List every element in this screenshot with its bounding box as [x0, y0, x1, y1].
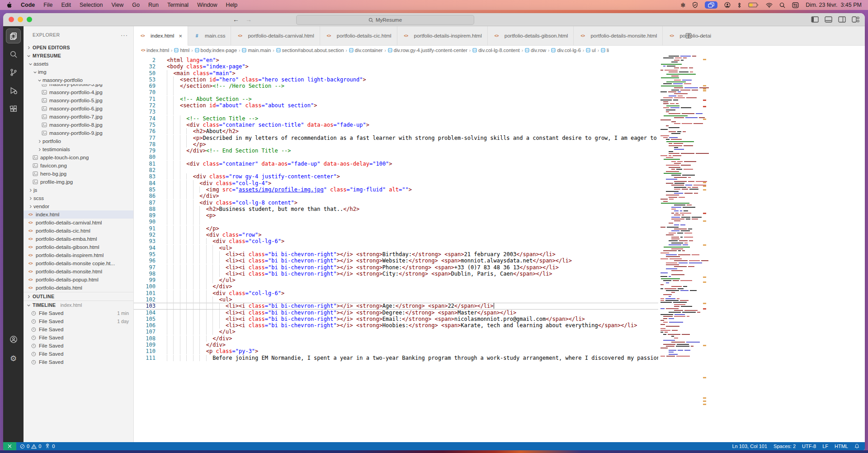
code-line-76[interactable]: 76 <h2>About</h2>	[134, 128, 658, 134]
tree-item-masonry-portfolio-8-jpg[interactable]: masonry-portfolio-8.jpg	[24, 121, 133, 129]
code-editor[interactable]: 2<html lang="en">32<body class="index-pa…	[134, 55, 865, 442]
status-ln[interactable]: Ln 103, Col 101	[732, 443, 767, 449]
breadcrumb-item[interactable]: li	[601, 48, 609, 53]
tree-item-portfolio-details-popup-html[interactable]: <>portfolio-details-popup.html	[24, 276, 133, 284]
code-line-85[interactable]: 85 <img src="assets/img/profile-img.jpg"…	[134, 186, 658, 193]
zoom-window-button[interactable]	[27, 17, 32, 22]
timeline-item-file-saved[interactable]: File Saved	[24, 358, 133, 366]
chatgpt-icon[interactable]: ✻	[680, 2, 685, 9]
menubar-app-name[interactable]: Code	[21, 2, 35, 8]
timeline-item-file-saved[interactable]: File Saved	[24, 325, 133, 334]
code-line-87[interactable]: 87 <div class="col-lg-8 content">	[134, 200, 658, 206]
code-line-104[interactable]: 104 <li><i class="bi bi-chevron-right"><…	[134, 310, 658, 316]
explorer-more-actions-icon[interactable]: ···	[121, 32, 128, 38]
code-line-53[interactable]: 53 <section id="hero" class="hero sectio…	[134, 76, 658, 83]
code-line-93[interactable]: 93 <div class="col-lg-6">	[134, 238, 658, 244]
tree-item-portfolio-details-monsite-html[interactable]: <>portfolio-details-monsite.html	[24, 267, 133, 276]
code-line-74[interactable]: 74 <!-- Section Title -->	[134, 115, 658, 122]
tab-portfolio-details-gibson-html[interactable]: <>portfolio-details-gibson.html	[488, 26, 574, 45]
toggle-primary-sidebar-icon[interactable]	[811, 16, 819, 23]
minimize-window-button[interactable]	[18, 17, 23, 22]
run-debug-icon[interactable]	[6, 83, 20, 97]
tree-item-masonry-portfolio-9-jpg[interactable]: masonry-portfolio-9.jpg	[24, 129, 133, 137]
status-spaces-[interactable]: Spaces: 2	[774, 443, 796, 449]
code-line-107[interactable]: 107 </ul>	[134, 329, 658, 335]
code-line-91[interactable]: 91 </p>	[134, 225, 658, 232]
remote-indicator[interactable]	[3, 442, 16, 450]
breadcrumb-item[interactable]: <>index.html	[141, 48, 169, 53]
problems-indicator[interactable]: 0 0	[20, 443, 41, 449]
code-line-73[interactable]: 73	[134, 109, 658, 115]
tab-portfolio-details-carnival-html[interactable]: <>portfolio-details-carnival.html	[231, 26, 320, 45]
menubar-item-view[interactable]: View	[111, 2, 123, 8]
code-line-108[interactable]: 108 </div>	[134, 335, 658, 342]
more-actions-icon[interactable]: ···	[697, 33, 704, 39]
code-line-111[interactable]: 111 Before joining EM Normandie, I spent…	[134, 355, 658, 361]
menubar-item-window[interactable]: Window	[197, 2, 217, 8]
wifi-icon[interactable]	[766, 3, 773, 8]
tree-item-portfolio-details-carnival-html[interactable]: <>portfolio-details-carnival.html	[24, 219, 133, 227]
code-line-109[interactable]: 109 </div>	[134, 342, 658, 348]
tree-item-img[interactable]: img	[24, 68, 133, 76]
timeline-item-file-saved[interactable]: File Saved	[24, 350, 133, 358]
code-line-70[interactable]: 70	[134, 89, 658, 95]
close-tab-icon[interactable]: ×	[179, 33, 182, 39]
explorer-icon[interactable]	[6, 29, 20, 43]
shield-icon[interactable]	[692, 2, 698, 8]
timeline-item-file-saved[interactable]: File Saved1 day	[24, 317, 133, 325]
menubar-item-help[interactable]: Help	[226, 2, 238, 8]
tree-item-masonry-portfolio-3-jpg[interactable]: masonry-portfolio-3.jpg	[24, 84, 133, 88]
tree-item-assets[interactable]: assets	[24, 60, 133, 68]
code-line-82[interactable]: 82	[134, 167, 658, 173]
tree-item-portfolio-details-inspirem-html[interactable]: <>portfolio-details-inspirem.html	[24, 251, 133, 259]
status-utf-8[interactable]: UTF-8	[802, 443, 816, 449]
bluetooth-icon[interactable]	[737, 2, 741, 8]
code-line-106[interactable]: 106 <li><i class="bi bi-chevron-right"><…	[134, 322, 658, 329]
code-line-110[interactable]: 110 <p class="py-3">	[134, 348, 658, 354]
tree-item-favicon-png[interactable]: favicon.png	[24, 162, 133, 170]
apple-logo-icon[interactable]	[6, 2, 12, 9]
code-line-101[interactable]: 101 <div class="col-lg-6">	[134, 290, 658, 296]
search-sidebar-icon[interactable]	[6, 47, 20, 61]
settings-gear-icon[interactable]: ⚙	[6, 352, 20, 366]
tree-item-js[interactable]: js	[24, 186, 133, 194]
notifications-bell-icon[interactable]	[854, 443, 859, 449]
code-line-77[interactable]: 77 <p>Described in my letters of recomme…	[134, 135, 658, 141]
code-line-96[interactable]: 96 <li><i class="bi bi-chevron-right"></…	[134, 257, 658, 264]
window-titlebar[interactable]: ← → MyResume	[3, 13, 865, 26]
customize-layout-icon[interactable]	[852, 16, 859, 23]
overview-ruler[interactable]	[703, 55, 707, 442]
status-lf[interactable]: LF	[822, 443, 828, 449]
code-line-100[interactable]: 100 </div>	[134, 283, 658, 290]
code-line-2[interactable]: 2<html lang="en">	[134, 57, 658, 63]
breadcrumb-item[interactable]: ul	[586, 48, 596, 53]
breadcrumb-item[interactable]: div.row.gy-4.justify-content-center	[388, 48, 467, 53]
tree-item-portfolio[interactable]: portfolio	[24, 137, 133, 145]
code-line-94[interactable]: 94 <ul>	[134, 245, 658, 251]
user-account-icon[interactable]	[724, 2, 731, 8]
tab-portfolio-details-monsite-html[interactable]: <>portfolio-details-monsite.html	[574, 26, 663, 45]
battery-icon[interactable]	[748, 2, 759, 8]
timeline-item-file-saved[interactable]: File Saved1 min	[24, 309, 133, 317]
screen-mirroring-icon[interactable]	[705, 1, 717, 9]
menubar-clock[interactable]: Dim. 23 févr. 3:45 PM	[806, 2, 862, 8]
code-line-81[interactable]: 81 <div class="container" data-aos="fade…	[134, 161, 658, 167]
timeline-item-file-saved[interactable]: File Saved	[24, 334, 133, 342]
code-line-75[interactable]: 75 <div class="container section-title" …	[134, 122, 658, 128]
breadcrumb-item[interactable]: div.container	[349, 48, 383, 53]
code-line-90[interactable]: 90	[134, 219, 658, 225]
tab-index-html[interactable]: <>index.html×	[134, 26, 188, 46]
code-line-50[interactable]: 50 <main class="main">	[134, 70, 658, 76]
code-line-78[interactable]: 78 </p>	[134, 141, 658, 148]
code-line-97[interactable]: 97 <li><i class="bi bi-chevron-right"></…	[134, 264, 658, 271]
control-center-icon[interactable]	[792, 2, 799, 8]
code-line-79[interactable]: 79 </div><!-- End Section Title -->	[134, 148, 658, 154]
code-line-89[interactable]: 89 <p>	[134, 212, 658, 219]
breadcrumb-item[interactable]: html	[174, 48, 189, 53]
breadcrumb-item[interactable]: div.col-lg-8.content	[472, 48, 520, 53]
tree-item-portfolio-details-cic-html[interactable]: <>portfolio-details-cic.html	[24, 227, 133, 235]
tree-item-masonry-portfolio-6-jpg[interactable]: masonry-portfolio-6.jpg	[24, 105, 133, 113]
spotlight-search-icon[interactable]	[779, 2, 785, 8]
tree-item-portfolio-details-monsite-copie-ht-[interactable]: <>portfolio-details-monsite copie.ht...	[24, 259, 133, 267]
toggle-panel-icon[interactable]	[825, 16, 832, 23]
